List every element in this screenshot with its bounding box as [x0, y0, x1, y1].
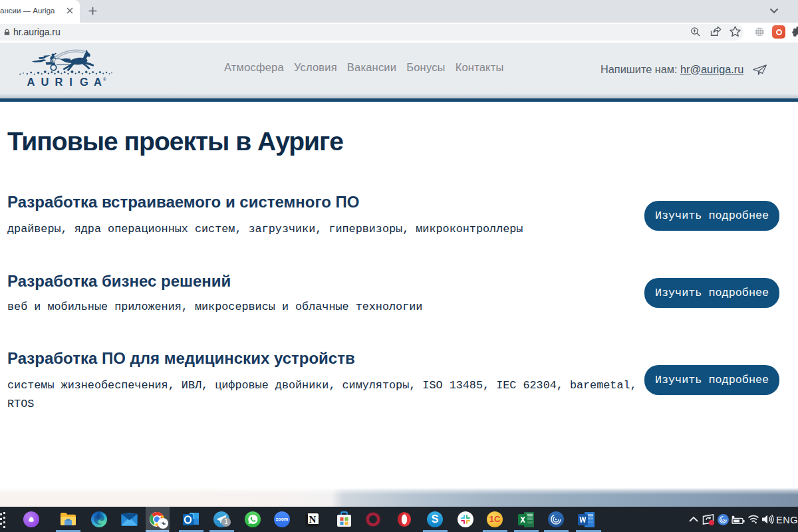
svg-text:R: R	[55, 76, 63, 88]
svg-text:I: I	[69, 76, 72, 88]
svg-text:A: A	[27, 76, 35, 88]
svg-text:A: A	[94, 76, 102, 88]
svg-text:G: G	[80, 76, 88, 88]
svg-text:U: U	[41, 76, 49, 88]
svg-text:®: ®	[103, 77, 106, 82]
